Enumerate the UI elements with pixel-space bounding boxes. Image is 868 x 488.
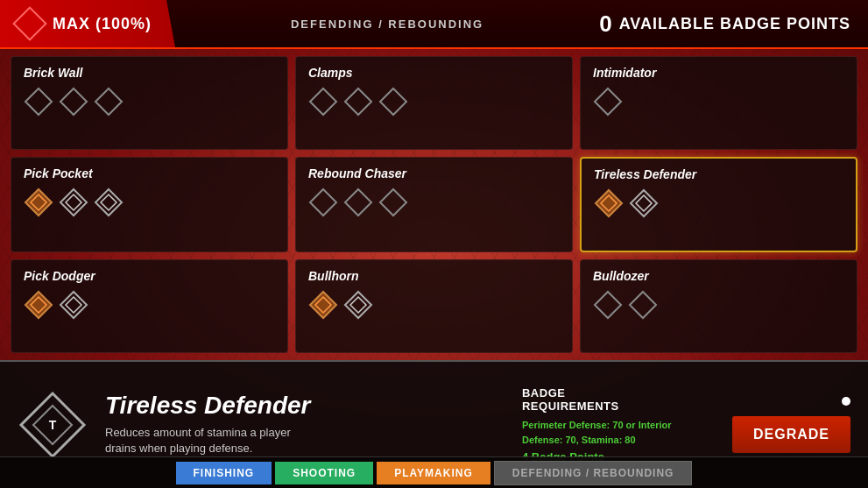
gem-1 bbox=[594, 188, 624, 218]
badge-name-pick-pocket: Pick Pocket bbox=[24, 166, 275, 180]
svg-marker-19 bbox=[636, 195, 652, 211]
badge-card-pick-dodger[interactable]: Pick Dodger bbox=[11, 259, 288, 353]
badge-gems-brick-wall bbox=[24, 87, 275, 117]
max-label: MAX (100%) bbox=[53, 15, 152, 33]
diamond-icon bbox=[12, 6, 47, 41]
svg-marker-27 bbox=[350, 297, 366, 313]
svg-marker-20 bbox=[25, 292, 52, 318]
svg-marker-12 bbox=[101, 194, 116, 210]
req-title: BADGEREQUIREMENTS bbox=[522, 386, 715, 413]
svg-marker-10 bbox=[66, 194, 81, 210]
badge-name-pick-dodger: Pick Dodger bbox=[24, 269, 275, 283]
gem-2 bbox=[343, 87, 373, 117]
gem-2 bbox=[628, 290, 658, 320]
gem-2 bbox=[59, 290, 88, 320]
degrade-button[interactable]: DEGRADE bbox=[732, 416, 850, 453]
tab-playmaking[interactable]: PLAYMAKING bbox=[377, 462, 490, 484]
badge-gems-clamps bbox=[308, 87, 560, 117]
gem-3 bbox=[94, 87, 123, 117]
svg-marker-23 bbox=[66, 297, 81, 313]
svg-marker-1 bbox=[60, 88, 87, 115]
badge-points-label: AVAILABLE BADGE POINTS bbox=[619, 15, 850, 33]
badge-gems-pick-dodger bbox=[24, 290, 275, 320]
badge-card-brick-wall[interactable]: Brick Wall bbox=[11, 56, 288, 150]
svg-marker-2 bbox=[95, 88, 122, 115]
svg-marker-5 bbox=[380, 88, 406, 115]
badge-name-intimidator: Intimidator bbox=[593, 66, 844, 80]
badge-points-count: 0 bbox=[599, 11, 611, 38]
info-actions: DEGRADE bbox=[732, 397, 850, 453]
tab-shooting[interactable]: SHOOTING bbox=[275, 462, 373, 484]
badge-card-bullhorn[interactable]: Bullhorn bbox=[295, 259, 573, 353]
badge-card-intimidator[interactable]: Intimidator bbox=[580, 56, 857, 150]
gem-1 bbox=[593, 290, 623, 320]
badge-name-bulldozer: Bulldozer bbox=[593, 269, 844, 283]
gem-3 bbox=[378, 187, 408, 217]
gem-2 bbox=[59, 87, 88, 117]
svg-marker-24 bbox=[310, 292, 336, 318]
badge-name-rebound-chaser: Rebound Chaser bbox=[308, 166, 560, 180]
header: MAX (100%) DEFENDING / REBOUNDING 0 AVAI… bbox=[0, 0, 868, 49]
info-badge-icon: T bbox=[18, 390, 88, 460]
svg-marker-7 bbox=[25, 189, 52, 216]
gem-1 bbox=[593, 87, 623, 117]
svg-marker-16 bbox=[596, 190, 622, 216]
svg-marker-4 bbox=[345, 88, 371, 115]
info-title: Tireless Defender bbox=[105, 393, 505, 420]
svg-marker-9 bbox=[60, 189, 87, 216]
info-desc: Reduces amount of stamina a playerdrains… bbox=[105, 425, 505, 456]
gem-3 bbox=[378, 87, 408, 117]
tab-defending[interactable]: DEFENDING / REBOUNDING bbox=[494, 461, 693, 485]
badge-name-tireless-defender: Tireless Defender bbox=[594, 167, 843, 181]
badge-gems-rebound-chaser bbox=[308, 187, 560, 217]
svg-marker-3 bbox=[310, 88, 336, 115]
tab-finishing[interactable]: FINISHING bbox=[176, 462, 272, 484]
badge-gems-pick-pocket bbox=[24, 187, 275, 217]
info-text: Tireless Defender Reduces amount of stam… bbox=[105, 393, 505, 456]
gem-2 bbox=[629, 188, 659, 218]
badge-card-rebound-chaser[interactable]: Rebound Chaser bbox=[295, 157, 573, 252]
gem-2 bbox=[343, 187, 373, 217]
svg-marker-13 bbox=[310, 189, 336, 216]
category-label: DEFENDING / REBOUNDING bbox=[175, 18, 599, 31]
gem-1 bbox=[308, 187, 338, 217]
info-requirements: BADGEREQUIREMENTS Perimeter Defense: 70 … bbox=[522, 386, 715, 463]
badge-gems-bulldozer bbox=[593, 290, 844, 320]
badge-grid: Brick Wall Clamps Intimidator Pick Pocke… bbox=[0, 49, 868, 360]
badge-card-pick-pocket[interactable]: Pick Pocket bbox=[11, 157, 288, 252]
gem-1 bbox=[24, 290, 53, 320]
gem-3 bbox=[94, 187, 123, 217]
svg-marker-18 bbox=[631, 190, 657, 216]
svg-marker-29 bbox=[630, 292, 656, 318]
svg-marker-26 bbox=[345, 292, 371, 318]
badge-card-bulldozer[interactable]: Bulldozer bbox=[580, 259, 857, 353]
svg-marker-0 bbox=[25, 88, 52, 115]
svg-marker-22 bbox=[60, 292, 87, 318]
svg-marker-6 bbox=[595, 88, 621, 115]
gem-1 bbox=[308, 87, 338, 117]
dot-indicator bbox=[842, 397, 850, 406]
req-detail: Perimeter Defense: 70 or InteriorDefense… bbox=[522, 418, 715, 447]
gem-1 bbox=[24, 187, 53, 217]
gem-2 bbox=[343, 290, 373, 320]
badge-name-clamps: Clamps bbox=[308, 66, 560, 80]
svg-marker-28 bbox=[595, 292, 621, 318]
header-left: MAX (100%) bbox=[0, 0, 175, 47]
badge-gems-tireless-defender bbox=[594, 188, 843, 218]
badge-name-brick-wall: Brick Wall bbox=[24, 66, 275, 80]
badge-card-clamps[interactable]: Clamps bbox=[295, 56, 573, 150]
badge-card-tireless-defender[interactable]: Tireless Defender bbox=[580, 157, 857, 252]
gem-2 bbox=[59, 187, 88, 217]
gem-1 bbox=[24, 87, 53, 117]
gem-1 bbox=[308, 290, 338, 320]
badge-gems-intimidator bbox=[593, 87, 844, 117]
svg-marker-15 bbox=[380, 189, 406, 216]
svg-text:T: T bbox=[49, 418, 57, 432]
badge-gems-bullhorn bbox=[308, 290, 560, 320]
tab-bar: FINISHING SHOOTING PLAYMAKING DEFENDING … bbox=[0, 456, 868, 488]
badge-points-area: 0 AVAILABLE BADGE POINTS bbox=[599, 11, 868, 38]
svg-marker-11 bbox=[95, 189, 122, 216]
badge-name-bullhorn: Bullhorn bbox=[308, 269, 560, 283]
svg-marker-14 bbox=[345, 189, 371, 216]
